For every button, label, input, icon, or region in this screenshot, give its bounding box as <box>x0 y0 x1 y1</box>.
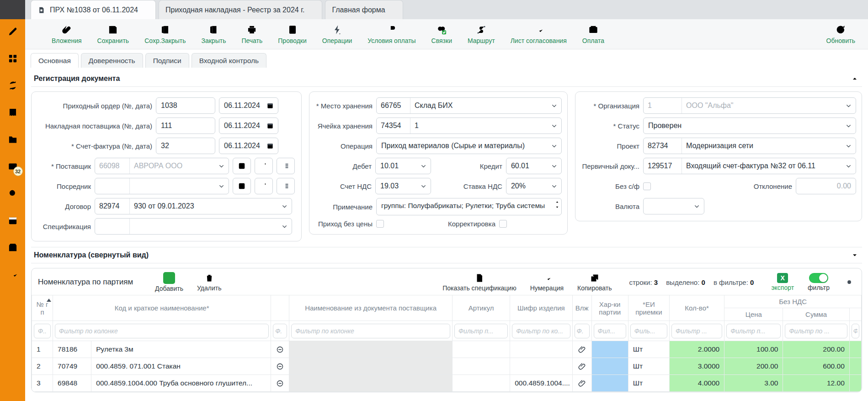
col-header-qty[interactable]: Кол-во* <box>669 295 724 321</box>
filter-price-input[interactable] <box>726 324 781 338</box>
chevron-down-icon[interactable] <box>551 102 558 109</box>
cell-article[interactable] <box>452 358 510 375</box>
calendar-icon[interactable] <box>7 214 19 226</box>
col-header-supplier-name[interactable]: Наименование из документа поставщика <box>289 295 453 321</box>
modules-grid-icon[interactable] <box>7 53 19 64</box>
tab-close-icon[interactable] <box>309 7 315 13</box>
sync-icon[interactable] <box>7 80 19 91</box>
supplier-tree-button[interactable] <box>277 158 295 174</box>
credit-select[interactable]: 60.01 <box>506 158 562 174</box>
intermediary-wizard-button[interactable] <box>255 178 273 194</box>
currency-select[interactable] <box>643 198 704 214</box>
cell-sum[interactable]: 12.00 <box>783 375 849 392</box>
chevron-down-icon[interactable] <box>845 123 852 129</box>
filter-num-input[interactable] <box>34 324 51 338</box>
receipt-order-date-field[interactable]: 06.11.2024 <box>219 97 278 114</box>
cell-batch-char[interactable] <box>591 341 628 358</box>
cell-product-code[interactable]: 000.4859.1004.... <box>510 375 572 392</box>
filter-sum-input[interactable] <box>785 324 847 338</box>
project-combo[interactable]: 82734 Модернизация сети <box>643 138 856 154</box>
cell-link[interactable] <box>271 375 289 392</box>
contract-combo[interactable]: 82974 930 от 09.01.2023 <box>95 198 292 214</box>
deviation-field[interactable] <box>796 178 856 194</box>
cell-article[interactable] <box>452 375 510 392</box>
col-header-article[interactable]: Артикул <box>452 295 510 321</box>
filter-attach-input[interactable] <box>575 324 590 338</box>
intermediary-tree-button[interactable] <box>277 178 295 194</box>
operations-button[interactable]: Операции <box>322 24 352 44</box>
cell-unit[interactable]: Шт <box>628 358 669 375</box>
cell-product-code[interactable] <box>510 358 572 375</box>
tab-close-icon[interactable] <box>390 7 396 13</box>
supplier-invoice-date-field[interactable]: 06.11.2024 <box>219 118 278 134</box>
tab-close-icon[interactable] <box>143 7 149 13</box>
delete-row-button[interactable]: Удалить <box>197 273 221 292</box>
export-excel-button[interactable]: X экспорт <box>771 273 794 291</box>
cell-name[interactable]: 000.4859.1004.000 Труба основного глушит… <box>91 375 271 392</box>
cell-price[interactable]: 100.00 <box>724 341 783 358</box>
link-icon[interactable] <box>276 345 284 354</box>
payment-terms-button[interactable]: Условия оплаты <box>367 24 415 44</box>
col-header-unit[interactable]: *ЕИ приемки <box>628 295 669 321</box>
col-header-sum[interactable]: Сумма <box>783 308 849 321</box>
chevron-down-icon[interactable] <box>281 223 288 230</box>
tab-input-control[interactable]: Входной контроль <box>192 53 266 68</box>
chevron-down-icon[interactable] <box>693 203 700 210</box>
operation-select[interactable]: Приход материалов (Сырье и материалы) <box>376 138 562 154</box>
tab-power-of-attorney[interactable]: Доверенность <box>81 53 143 68</box>
cell-unit[interactable]: Шт <box>628 341 669 358</box>
cell-code[interactable]: 69848 <box>53 375 91 392</box>
nomenclature-section-header[interactable]: Номенклатура (свернутый вид) <box>31 247 862 263</box>
debit-select[interactable]: 10.01 <box>375 158 431 174</box>
table-row[interactable]: 2 70749 000.4859. 071.001 Стакан Шт 3.00… <box>32 358 862 375</box>
tab-signatures[interactable]: Подписи <box>145 53 189 68</box>
cell-name[interactable]: 000.4859. 071.001 Стакан <box>91 358 271 375</box>
col-header-attach[interactable]: Влж <box>572 295 591 321</box>
chevron-down-icon[interactable] <box>551 123 558 129</box>
col-header-codename[interactable]: Код и краткое наименование* <box>53 295 271 321</box>
table-row[interactable]: 1 78186 Рулетка 3м Шт 2.0000 100.00 200.… <box>32 341 862 358</box>
folder-icon[interactable] <box>7 134 19 145</box>
filter-extra-input[interactable] <box>852 324 859 338</box>
chevron-down-icon[interactable] <box>218 183 225 190</box>
scroll-up-icon[interactable] <box>555 200 559 204</box>
cell-code[interactable]: 78186 <box>53 341 91 358</box>
chevron-down-icon[interactable] <box>420 163 427 170</box>
tab-registry[interactable]: Приходная накладная - Реестр за 2024 г. <box>159 0 322 19</box>
storage-cell-combo[interactable]: 74354 1 <box>376 118 562 134</box>
chevron-down-icon[interactable] <box>281 203 288 210</box>
link-icon[interactable] <box>276 379 284 388</box>
supplier-invoice-number-field[interactable] <box>156 118 215 134</box>
table-row[interactable]: 3 69848 000.4859.1004.000 Труба основног… <box>32 375 862 392</box>
chevron-down-icon[interactable] <box>218 163 225 170</box>
save-close-button[interactable]: Сохр.Закрыть <box>144 24 186 44</box>
collapse-up-icon[interactable] <box>851 75 858 82</box>
receipt-order-number-field[interactable] <box>156 97 215 114</box>
cell-qty[interactable]: 3.0000 <box>669 358 724 375</box>
supplier-combo[interactable]: 66098 АВРОРА ООО <box>95 158 229 174</box>
mail-icon[interactable]: 32 <box>7 160 19 172</box>
chevron-down-icon[interactable] <box>845 143 852 150</box>
chevron-down-icon[interactable] <box>420 183 427 190</box>
tasks-list-icon[interactable] <box>7 268 19 280</box>
no-invoice-checkbox[interactable] <box>643 182 651 190</box>
links-button[interactable]: Связки <box>431 24 452 44</box>
cell-price[interactable]: 3.00 <box>724 375 783 392</box>
cell-unit[interactable]: Шт <box>628 375 669 392</box>
cell-link[interactable] <box>271 341 289 358</box>
edit-icon[interactable] <box>7 26 19 37</box>
note-field[interactable]: группы: Полуфабрикаты; Рулетки; Труба си… <box>376 198 562 215</box>
save-button[interactable]: Сохранить <box>97 24 129 44</box>
link-icon[interactable] <box>276 362 284 371</box>
supplier-wizard-button[interactable] <box>255 158 273 174</box>
paperclip-icon[interactable] <box>578 362 586 371</box>
filter-product-code-input[interactable] <box>512 324 570 338</box>
calendar-icon[interactable] <box>266 142 274 150</box>
calendar-icon[interactable] <box>266 122 274 130</box>
col-header-price[interactable]: Цена <box>724 308 783 321</box>
cell-qty[interactable]: 2.0000 <box>669 341 724 358</box>
cell-sum[interactable]: 200.00 <box>783 341 849 358</box>
cell-attach[interactable] <box>572 341 591 358</box>
toggle-on-icon[interactable] <box>809 273 828 283</box>
cell-price[interactable]: 200.00 <box>724 358 783 375</box>
